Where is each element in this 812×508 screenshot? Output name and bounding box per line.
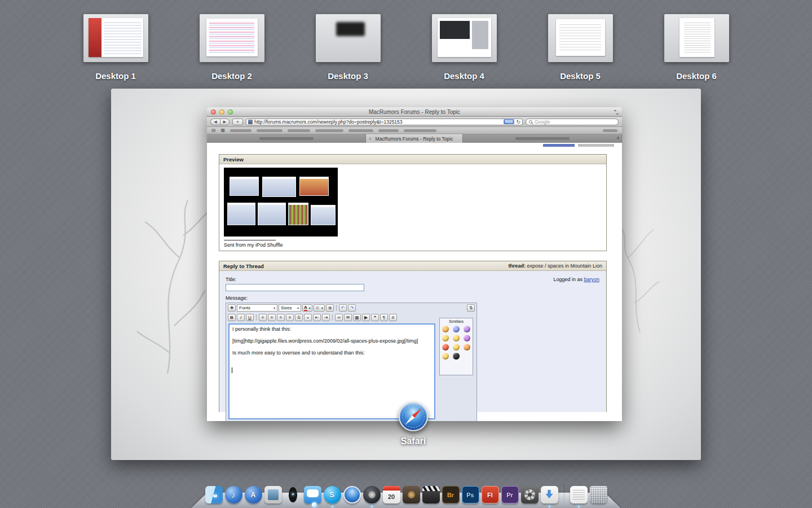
back-button[interactable]: ◀ [210,119,220,125]
dock-steam-icon[interactable] [363,486,381,503]
dock-notes-icon[interactable] [570,486,588,503]
align-center-icon[interactable]: ≡ [268,314,276,321]
bookmark-item[interactable] [288,129,310,132]
indent-icon[interactable]: ⇥ [322,314,330,321]
new-tab-button[interactable]: + [232,119,243,125]
desktop-2-thumbnail[interactable] [200,14,264,62]
bookmark-item[interactable] [378,129,399,132]
smiley-icon[interactable] [453,335,460,341]
smiley-icon[interactable] [442,326,449,332]
close-button[interactable] [211,110,216,115]
align-left-icon[interactable]: ≡ [259,314,267,321]
username-link[interactable]: baryon [584,277,599,282]
bookmark-item[interactable] [404,129,436,132]
smiley-icon[interactable] [453,326,460,332]
dock-media-utility-icon[interactable] [403,486,420,503]
dock-imovie-icon[interactable] [422,486,440,503]
quote-icon[interactable]: ❝ [371,314,379,321]
desktop-3-thumbnail[interactable] [316,14,381,62]
minimize-button[interactable] [219,110,224,115]
tab-right[interactable] [463,134,622,143]
forward-button[interactable]: ▶ [220,119,230,125]
reload-icon[interactable]: ↻ [516,119,520,125]
desktop-1-thumbnail[interactable] [83,14,148,62]
space-desktop-6[interactable]: Desktop 6 [664,0,729,85]
smiley-icon[interactable] [464,326,470,332]
dock-messages-icon[interactable] [304,486,321,503]
url-input[interactable] [254,119,502,125]
dock-premiere-icon[interactable]: Pr [501,486,519,503]
dock-calendar-icon[interactable]: 20 [383,486,400,503]
tab-active[interactable]: × MacRumors Forums - Reply to Topic [366,134,463,143]
address-bar[interactable]: RSS ↻ [246,119,523,125]
search-input[interactable] [535,119,615,125]
window-titlebar[interactable]: MacRumors Forums - Reply to Topic [207,107,622,117]
bookmark-item[interactable] [603,129,617,132]
space-desktop-5[interactable]: Desktop 5 [548,0,613,85]
dock-installer-icon[interactable] [541,486,558,503]
dock-adobe-bridge-icon[interactable]: Br [442,486,460,503]
smiley-icon[interactable] [442,335,449,341]
unordered-list-icon[interactable]: • [304,314,312,321]
bookmark-item[interactable] [348,129,373,132]
safari-window[interactable]: MacRumors Forums - Reply to Topic ◀ ▶ + … [207,107,622,421]
rss-button[interactable]: RSS [504,119,514,124]
dock-preview-icon[interactable] [264,486,282,503]
search-field[interactable] [526,119,619,125]
desktop-6-thumbnail[interactable] [664,14,729,62]
outdent-icon[interactable]: ⇤ [313,314,321,321]
smiley-icon[interactable] [442,353,449,360]
dock-finder-icon[interactable] [205,486,223,503]
align-justify-icon[interactable]: ≡ [286,314,294,321]
bold-icon[interactable]: B [228,314,236,321]
add-tab-icon[interactable]: + [616,135,620,141]
redo-icon[interactable]: ↷ [348,304,356,312]
safari-app-icon[interactable] [399,402,428,431]
bookmark-item[interactable] [257,129,283,132]
apple-logo-icon[interactable] [453,353,460,360]
space-desktop-2[interactable]: Desktop 2 [200,0,264,85]
top-sites-icon[interactable]: ▦ [221,128,226,133]
dock-app-store-icon[interactable]: A [245,486,262,503]
bookmark-item[interactable] [230,129,251,132]
insert-video-icon[interactable]: ▶ [362,314,370,321]
italic-icon[interactable]: I [237,314,245,321]
underline-icon[interactable]: U [246,314,254,321]
dock-gear-utility-icon[interactable] [521,486,539,503]
undo-icon[interactable]: ↶ [339,304,347,312]
editor-resize-icon[interactable]: ⇅ [467,304,475,312]
dock-safari-icon[interactable] [343,486,361,503]
align-right-icon[interactable]: ≡ [277,314,285,321]
dock-itunes-icon[interactable]: ♪ [225,486,242,503]
zoom-button[interactable] [228,110,233,115]
insert-image-icon[interactable]: ▦ [353,314,361,321]
smiley-icon[interactable] [442,344,449,351]
ordered-list-icon[interactable]: ① [295,314,303,321]
attachment-icon[interactable]: ⊕ [326,304,334,312]
smilie-menu-icon[interactable]: ☺ ▾ [314,304,325,312]
space-desktop-3[interactable]: Desktop 3 [316,0,381,85]
fullscreen-icon[interactable] [614,110,619,115]
smiley-icon[interactable] [464,335,470,341]
tab-left[interactable] [207,134,366,143]
code-icon[interactable]: ¶ [380,314,388,321]
insert-email-icon[interactable]: ✉ [344,314,352,321]
remove-format-icon[interactable]: ❖ [228,304,236,312]
smiley-icon[interactable] [453,344,460,351]
dock-tux-icon[interactable] [284,486,302,503]
dock-flash-icon[interactable]: Fl [482,486,499,503]
reading-list-icon[interactable]: ▤ [211,128,216,133]
title-input[interactable] [226,284,364,291]
smiley-icon[interactable] [464,344,470,351]
fonts-dropdown[interactable]: Fonts ▾ [237,304,277,312]
desktop-4-thumbnail[interactable] [432,14,497,62]
sizes-dropdown[interactable]: Sizes ▾ [279,304,301,312]
font-color-icon[interactable]: A ▾ [302,304,312,312]
partial-link[interactable] [543,144,575,147]
space-desktop-4[interactable]: Desktop 4 [432,0,497,85]
space-desktop-1[interactable]: Desktop 1 [83,0,148,85]
hash-icon[interactable]: # [389,314,397,321]
dock-photoshop-icon[interactable]: Ps [462,486,479,503]
dock-skype-icon[interactable]: S [324,486,341,503]
insert-link-icon[interactable]: ∞ [335,314,343,321]
